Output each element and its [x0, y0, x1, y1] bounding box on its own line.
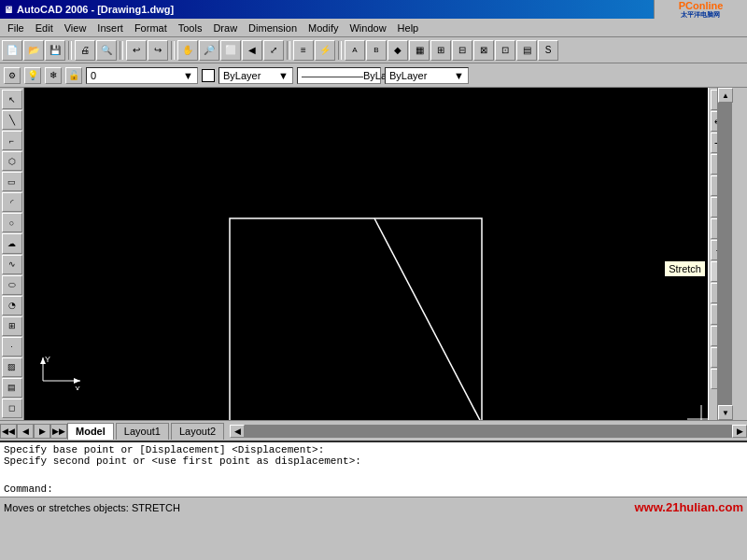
tool-select[interactable]: ↖: [2, 90, 22, 109]
svg-line-1: [374, 218, 482, 420]
command-prompt-label: Command:: [4, 483, 53, 495]
tool-ellipse-arc[interactable]: ◔: [2, 296, 22, 315]
command-line-1: Specify base point or [Displacement] <Di…: [4, 444, 743, 455]
tool-gradient[interactable]: ▤: [2, 378, 22, 398]
tool-spline[interactable]: ∿: [2, 255, 22, 274]
tab-nav-prev[interactable]: ◀: [17, 424, 34, 439]
status-bar: Moves or stretches objects: STRETCH www.…: [0, 497, 747, 517]
tab-nav-last[interactable]: ▶▶: [50, 424, 67, 439]
tool-polygon[interactable]: ⬡: [2, 151, 22, 171]
tool-region[interactable]: ◻: [2, 399, 22, 418]
command-prompt-row: Command:: [4, 483, 743, 495]
svg-text:X: X: [75, 385, 80, 390]
lineweight-dropdown[interactable]: ByLayer ▼: [385, 67, 469, 84]
menu-draw[interactable]: Draw: [207, 21, 243, 35]
tool-polyline[interactable]: ⌐: [2, 131, 22, 150]
tool-point[interactable]: ·: [2, 337, 22, 357]
hscroll-left[interactable]: ◀: [230, 425, 245, 438]
layer-freeze-btn[interactable]: ❄: [45, 67, 62, 84]
vscroll-up[interactable]: ▲: [718, 88, 733, 103]
tool-line[interactable]: ╲: [2, 110, 22, 130]
command-area: Specify base point or [Displacement] <Di…: [0, 441, 747, 497]
layer-lock-btn[interactable]: 🔓: [65, 67, 82, 84]
right-palette: ↑↑ ⟵ ⟶ ⊞ ↻ ↺ ⊠ — ↔ ⊟ │ ↕ ↕↕ ⌐ Stretch ▲: [708, 88, 732, 420]
tb-zoom-ext[interactable]: ⤢: [263, 40, 284, 61]
hscroll-track[interactable]: [245, 425, 732, 438]
tool-revision-cloud[interactable]: ☁: [2, 233, 22, 253]
tab-layout2[interactable]: Layout2: [171, 423, 224, 440]
tb-properties[interactable]: ≡: [293, 40, 314, 61]
tb-b10[interactable]: S: [538, 40, 558, 61]
tool-hatch[interactable]: ▨: [2, 357, 22, 377]
tb-match-prop[interactable]: ⚡: [315, 40, 335, 61]
menu-view[interactable]: View: [59, 21, 92, 35]
menu-dimension[interactable]: Dimension: [243, 21, 303, 35]
command-input[interactable]: [57, 483, 743, 495]
tab-layout1[interactable]: Layout1: [116, 423, 169, 440]
menu-format[interactable]: Format: [129, 21, 173, 35]
status-command-text: Moves or stretches objects: STRETCH: [4, 502, 634, 513]
tb-save[interactable]: 💾: [45, 40, 65, 61]
tb-zoom[interactable]: 🔎: [199, 40, 219, 61]
svg-marker-5: [74, 378, 80, 384]
vscroll-down[interactable]: ▼: [718, 405, 733, 420]
command-line-2: Specify second point or <use first point…: [4, 455, 743, 467]
layer-settings-btn[interactable]: ⚙: [4, 67, 21, 84]
tab-model[interactable]: Model: [67, 423, 114, 440]
tb-zoom-window[interactable]: ⬜: [220, 40, 241, 61]
tool-circle[interactable]: ○: [2, 213, 22, 232]
tool-ellipse[interactable]: ⬭: [2, 275, 22, 295]
svg-marker-0: [230, 218, 482, 420]
menu-window[interactable]: Window: [344, 21, 391, 35]
tb-b5[interactable]: ⊞: [430, 40, 451, 61]
menu-edit[interactable]: Edit: [30, 21, 59, 35]
tab-nav-next[interactable]: ▶: [34, 424, 50, 439]
linetype-dropdown[interactable]: —————— ByLayer ▼: [297, 67, 381, 84]
tb-b1[interactable]: A: [345, 40, 365, 61]
tb-b8[interactable]: ⊡: [495, 40, 515, 61]
tool-arc[interactable]: ◜: [2, 192, 22, 212]
tb-b7[interactable]: ⊠: [473, 40, 494, 61]
tool-rectangle[interactable]: ▭: [2, 172, 22, 191]
vscroll-track[interactable]: [718, 103, 732, 405]
tb-b3[interactable]: ◆: [388, 40, 408, 61]
tb-b4[interactable]: ▦: [409, 40, 430, 61]
menu-file[interactable]: File: [2, 21, 30, 35]
tab-nav-first[interactable]: ◀◀: [0, 424, 17, 439]
svg-text:Y: Y: [45, 355, 50, 364]
tb-b2[interactable]: B: [366, 40, 387, 61]
menu-tools[interactable]: Tools: [173, 21, 208, 35]
layer-name-dropdown[interactable]: 0 ▼: [86, 67, 198, 84]
main-area: ↖ ╲ ⌐ ⬡ ▭ ◜ ○ ☁ ∿ ⬭ ◔ ⊞ · ▨ ▤ ◻: [0, 88, 747, 420]
menu-bar: File Edit View Insert Format Tools Draw …: [0, 19, 747, 37]
tool-insert-block[interactable]: ⊞: [2, 316, 22, 336]
color-swatch: [202, 69, 215, 82]
drawing-canvas[interactable]: Y X: [24, 88, 708, 420]
menu-help[interactable]: Help: [392, 21, 425, 35]
tb-print[interactable]: 🖨: [75, 40, 95, 61]
vertical-scrollbar[interactable]: ▲ ▼: [717, 88, 732, 420]
tb-b9[interactable]: ▤: [516, 40, 537, 61]
hscroll-area: ◀ ▶: [230, 425, 747, 438]
layer-visibility-btn[interactable]: 💡: [24, 67, 41, 84]
hscroll-right[interactable]: ▶: [732, 425, 747, 438]
menu-modify[interactable]: Modify: [303, 21, 344, 35]
toolbar-row-1: 📄 📂 💾 🖨 🔍 ↩ ↪ ✋ 🔎 ⬜ ◀ ⤢ ≡ ⚡ A B ◆ ▦ ⊞ ⊟ …: [0, 37, 747, 63]
stretch-tooltip: Stretch: [664, 260, 706, 277]
color-dropdown[interactable]: ByLayer ▼: [218, 67, 293, 84]
tb-preview[interactable]: 🔍: [96, 40, 117, 61]
tb-new[interactable]: 📄: [2, 40, 22, 61]
tb-undo[interactable]: ↩: [126, 40, 147, 61]
left-palette: ↖ ╲ ⌐ ⬡ ▭ ◜ ○ ☁ ∿ ⬭ ◔ ⊞ · ▨ ▤ ◻: [0, 88, 24, 420]
command-output: Specify base point or [Displacement] <Di…: [4, 444, 743, 483]
tb-pan[interactable]: ✋: [177, 40, 198, 61]
right-panel: ↑↑ ⟵ ⟶ ⊞ ↻ ↺ ⊠ — ↔ ⊟ │ ↕ ↕↕ ⌐ Stretch ▲: [708, 88, 747, 420]
menu-insert[interactable]: Insert: [92, 21, 129, 35]
title-text: AutoCAD 2006 - [Drawing1.dwg]: [17, 4, 695, 15]
status-website: www.21hulian.com: [634, 500, 743, 514]
pconline-logo: PConline 太平洋电脑网: [654, 0, 747, 19]
tb-zoom-prev[interactable]: ◀: [242, 40, 262, 61]
tb-open[interactable]: 📂: [23, 40, 44, 61]
tb-redo[interactable]: ↪: [148, 40, 168, 61]
tb-b6[interactable]: ⊟: [452, 40, 472, 61]
